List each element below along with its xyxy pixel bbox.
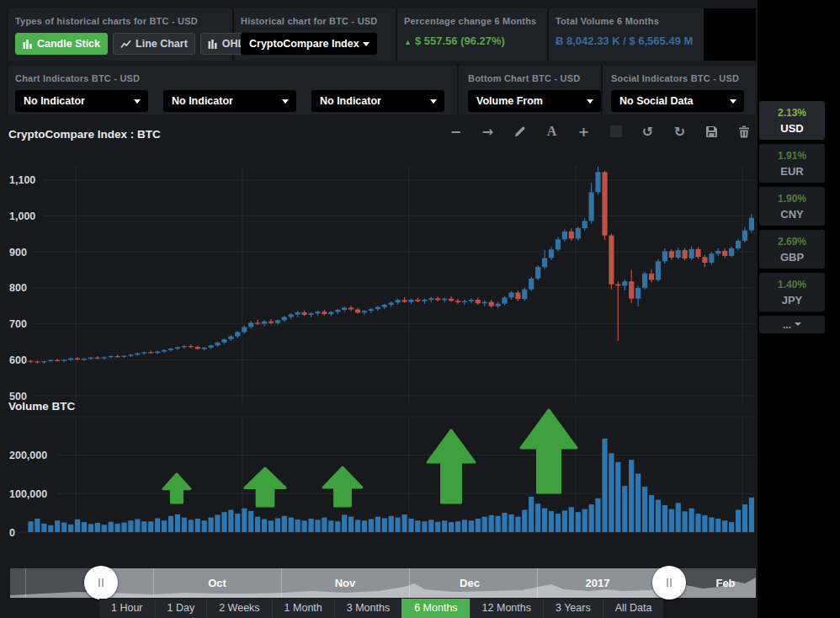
currency-code: USD [759, 122, 825, 135]
minus-icon[interactable]: − [449, 124, 463, 139]
range-button-3-years[interactable]: 3 Years [543, 599, 603, 618]
navigator-divider [409, 568, 410, 598]
range-button-6-months[interactable]: 6 Months [401, 599, 469, 618]
navigator-month-label: Dec [460, 577, 480, 589]
currency-panel: 2.13%USD1.91%EUR1.90%CNY2.69%GBP1.40%JPY [759, 101, 840, 312]
svg-text:700: 700 [9, 318, 27, 330]
currency-tab-cny[interactable]: 1.90%CNY [759, 187, 825, 226]
range-button-1-month[interactable]: 1 Month [272, 599, 334, 618]
square-icon[interactable] [609, 124, 623, 139]
range-button-3-months[interactable]: 3 Months [334, 599, 401, 618]
navigator-month-label: 2017 [586, 577, 610, 589]
currency-pct: 2.13% [759, 107, 825, 119]
more-label: ... [783, 319, 791, 331]
svg-text:1,000: 1,000 [9, 210, 35, 222]
svg-text:800: 800 [9, 282, 27, 294]
drag-handle-icon [667, 578, 672, 587]
navigator-silhouette [10, 568, 756, 598]
navigator-month-label: Feb [715, 577, 735, 589]
navigator-divider [537, 568, 538, 598]
range-button-1-day[interactable]: 1 Day [155, 599, 207, 618]
pencil-icon[interactable] [513, 124, 527, 139]
svg-text:200,000: 200,000 [9, 450, 47, 461]
navigator-handle-left[interactable] [84, 566, 118, 599]
svg-text:100,000: 100,000 [9, 488, 47, 500]
app-root: 5006007008009001,0001,1000100,000200,000… [0, 0, 840, 618]
currency-pct: 1.40% [759, 279, 825, 290]
chart-toolbar: −→A+↺↻ [449, 124, 751, 139]
currency-code: GBP [759, 251, 825, 264]
svg-text:0: 0 [9, 527, 15, 539]
navigator-divider [153, 568, 154, 598]
svg-text:1,100: 1,100 [9, 174, 35, 186]
currency-pct: 2.69% [759, 236, 825, 248]
navigator-handle-right[interactable] [652, 566, 686, 599]
currency-code: CNY [759, 208, 825, 221]
text-icon[interactable]: A [545, 124, 559, 139]
svg-text:600: 600 [9, 354, 27, 366]
range-button-all-data[interactable]: All Data [603, 599, 664, 618]
navigator-month-label: Oct [208, 577, 226, 589]
currency-tab-jpy[interactable]: 1.40%JPY [759, 273, 825, 312]
currency-code: EUR [759, 165, 825, 178]
currency-pct: 1.91% [759, 150, 825, 162]
more-currencies-button[interactable]: ... [759, 316, 825, 333]
navigator-divider [25, 568, 26, 598]
range-buttons: 1 Hour1 Day2 Weeks1 Month3 Months6 Month… [99, 599, 663, 618]
arrow-right-icon[interactable]: → [481, 124, 495, 139]
navigator[interactable]: SOctNovDec2017Feb [10, 568, 756, 598]
right-strip: 2.13%USD1.91%EUR1.90%CNY2.69%GBP1.40%JPY… [758, 0, 840, 618]
range-button-1-hour[interactable]: 1 Hour [99, 599, 155, 618]
navigator-month-label: Nov [335, 577, 356, 589]
svg-text:900: 900 [9, 247, 27, 258]
range-button-2-weeks[interactable]: 2 Weeks [206, 599, 271, 618]
currency-tab-usd[interactable]: 2.13%USD [759, 101, 825, 140]
price-chart-canvas[interactable]: 5006007008009001,0001,1000100,000200,000 [0, 0, 758, 618]
main-column: 5006007008009001,0001,1000100,000200,000… [0, 0, 758, 618]
chevron-down-icon [795, 322, 801, 329]
redo-icon[interactable]: ↻ [673, 124, 687, 139]
navigator-divider [281, 568, 282, 598]
range-button-12-months[interactable]: 12 Months [470, 599, 543, 618]
currency-tab-eur[interactable]: 1.91%EUR [759, 144, 825, 183]
currency-pct: 1.90% [759, 193, 825, 205]
plus-icon[interactable]: + [577, 124, 591, 139]
drag-handle-icon [98, 578, 104, 587]
price-chart-title: CryptoCompare Index : BTC [8, 128, 161, 141]
currency-code: JPY [759, 294, 825, 306]
volume-chart-title: Volume BTC [8, 400, 75, 413]
undo-icon[interactable]: ↺ [641, 124, 655, 139]
trash-icon[interactable] [736, 124, 751, 139]
currency-tab-gbp[interactable]: 2.69%GBP [759, 230, 825, 269]
save-icon[interactable] [704, 124, 719, 139]
